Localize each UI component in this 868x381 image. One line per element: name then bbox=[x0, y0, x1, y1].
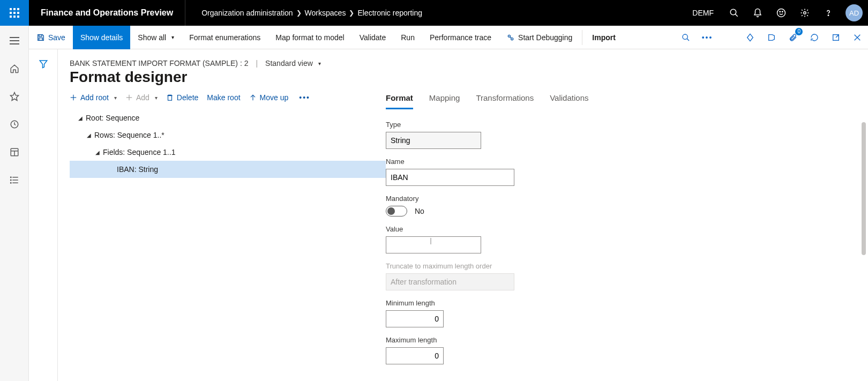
chevron-down-icon: ▾ bbox=[171, 34, 174, 40]
add-root-button[interactable]: Add root ▾ bbox=[70, 93, 117, 102]
svg-rect-7 bbox=[13, 16, 16, 18]
search-button[interactable] bbox=[722, 0, 746, 26]
config-path: BANK STATEMENT IMPORT FORMAT (SAMPLE) : … bbox=[70, 59, 248, 68]
popout-icon bbox=[832, 33, 840, 42]
gear-icon bbox=[800, 8, 810, 18]
chevron-down-icon: ▾ bbox=[114, 95, 117, 101]
feedback-button[interactable] bbox=[769, 0, 793, 26]
tree-node-root[interactable]: ◢Root: Sequence bbox=[70, 109, 386, 126]
svg-point-15 bbox=[828, 15, 829, 16]
recent-button[interactable] bbox=[6, 117, 23, 132]
plus-icon bbox=[125, 94, 133, 101]
max-length-input[interactable] bbox=[386, 347, 444, 364]
action-search-button[interactable] bbox=[675, 26, 697, 49]
collapse-icon[interactable]: ◢ bbox=[84, 132, 94, 138]
splitter-handle[interactable]: || bbox=[430, 237, 431, 244]
svg-point-27 bbox=[10, 177, 11, 178]
mandatory-toggle[interactable] bbox=[386, 206, 407, 216]
app-launcher[interactable] bbox=[0, 0, 29, 26]
svg-rect-5 bbox=[17, 12, 19, 14]
format-enumerations-button[interactable]: Format enumerations bbox=[182, 26, 268, 49]
show-details-button[interactable]: Show details bbox=[73, 26, 130, 49]
performance-trace-button[interactable]: Performance trace bbox=[422, 26, 499, 49]
legal-entity[interactable]: DEMF bbox=[684, 9, 722, 17]
notifications-button[interactable] bbox=[746, 0, 769, 26]
tab-mapping[interactable]: Mapping bbox=[429, 93, 460, 109]
name-input[interactable] bbox=[386, 169, 514, 186]
workspaces-button[interactable] bbox=[6, 145, 23, 160]
tree-node-fields[interactable]: ◢Fields: Sequence 1..1 bbox=[70, 144, 386, 161]
max-length-label: Maximum length bbox=[386, 336, 868, 344]
toolbar-more-button[interactable]: ••• bbox=[297, 93, 312, 102]
help-button[interactable] bbox=[817, 0, 840, 26]
modules-button[interactable] bbox=[6, 173, 23, 188]
svg-line-38 bbox=[836, 34, 839, 37]
help-icon bbox=[824, 8, 833, 18]
attachments-button[interactable]: 0 bbox=[782, 26, 804, 49]
settings-button[interactable] bbox=[793, 0, 817, 26]
make-root-button[interactable]: Make root bbox=[207, 93, 240, 102]
breadcrumb-er[interactable]: Electronic reporting bbox=[357, 9, 422, 17]
tab-validations[interactable]: Validations bbox=[550, 93, 588, 109]
min-length-input[interactable] bbox=[386, 310, 444, 327]
tree-node-iban[interactable]: IBAN: String bbox=[70, 161, 386, 178]
diamond-icon bbox=[746, 33, 754, 42]
delete-button[interactable]: Delete bbox=[166, 93, 198, 102]
move-up-button[interactable]: Move up bbox=[249, 93, 289, 102]
avatar[interactable]: AD bbox=[845, 4, 863, 21]
global-header: Finance and Operations Preview Organizat… bbox=[0, 0, 868, 26]
breadcrumb-org-admin[interactable]: Organization administration bbox=[201, 9, 293, 17]
action-more-button[interactable]: ••• bbox=[697, 26, 718, 49]
save-button[interactable]: Save bbox=[29, 26, 73, 49]
star-icon bbox=[10, 92, 19, 101]
field-value: Value bbox=[386, 225, 868, 253]
format-tree-pane: Add root ▾ Add ▾ Delete Make root bbox=[70, 93, 386, 373]
hamburger-button[interactable] bbox=[6, 33, 23, 48]
content: BANK STATEMENT IMPORT FORMAT (SAMPLE) : … bbox=[58, 49, 868, 381]
chevron-down-icon: ▾ bbox=[155, 95, 158, 101]
tree-node-rows[interactable]: ◢Rows: Sequence 1..* bbox=[70, 126, 386, 144]
filter-button[interactable] bbox=[39, 59, 48, 381]
value-label: Value bbox=[386, 225, 868, 233]
refresh-button[interactable] bbox=[804, 26, 825, 49]
clock-icon bbox=[10, 119, 19, 129]
collapse-icon[interactable]: ◢ bbox=[92, 150, 103, 155]
home-button[interactable] bbox=[6, 61, 23, 76]
popout-button[interactable] bbox=[825, 26, 847, 49]
type-input[interactable] bbox=[386, 132, 481, 149]
start-debugging-button[interactable]: Start Debugging bbox=[499, 26, 580, 49]
add-button: Add ▾ bbox=[125, 93, 158, 102]
breadcrumb-workspaces[interactable]: Workspaces bbox=[305, 9, 346, 17]
import-button[interactable]: Import bbox=[585, 26, 623, 49]
truncate-input bbox=[386, 273, 514, 290]
page-context: BANK STATEMENT IMPORT FORMAT (SAMPLE) : … bbox=[70, 59, 868, 68]
view-selector[interactable]: Standard view ▾ bbox=[265, 59, 321, 68]
value-input[interactable] bbox=[386, 236, 481, 253]
list-icon bbox=[10, 175, 19, 185]
mandatory-value: No bbox=[415, 207, 424, 215]
validate-button[interactable]: Validate bbox=[352, 26, 394, 49]
favorites-button[interactable] bbox=[6, 89, 23, 104]
close-button[interactable] bbox=[847, 26, 868, 49]
related-items-button[interactable] bbox=[739, 26, 761, 49]
detail-tabs: Format Mapping Transformations Validatio… bbox=[386, 93, 868, 110]
tab-format[interactable]: Format bbox=[386, 93, 413, 109]
svg-rect-1 bbox=[13, 8, 16, 10]
field-name: Name bbox=[386, 158, 868, 186]
tab-transformations[interactable]: Transformations bbox=[476, 93, 534, 109]
search-icon bbox=[682, 33, 690, 42]
scrollbar[interactable] bbox=[862, 122, 866, 255]
svg-rect-4 bbox=[13, 12, 16, 14]
office-button[interactable] bbox=[761, 26, 782, 49]
show-all-button[interactable]: Show all▾ bbox=[130, 26, 182, 49]
debug-icon bbox=[506, 33, 515, 42]
map-format-button[interactable]: Map format to model bbox=[268, 26, 351, 49]
breadcrumb: Organization administration ❯ Workspaces… bbox=[185, 9, 438, 17]
hamburger-icon bbox=[10, 37, 19, 44]
field-max-length: Maximum length bbox=[386, 336, 868, 364]
filter-column bbox=[29, 49, 58, 381]
header-right: DEMF AD bbox=[684, 0, 868, 26]
smiley-icon bbox=[776, 8, 786, 18]
collapse-icon[interactable]: ◢ bbox=[75, 115, 86, 121]
run-button[interactable]: Run bbox=[393, 26, 422, 49]
